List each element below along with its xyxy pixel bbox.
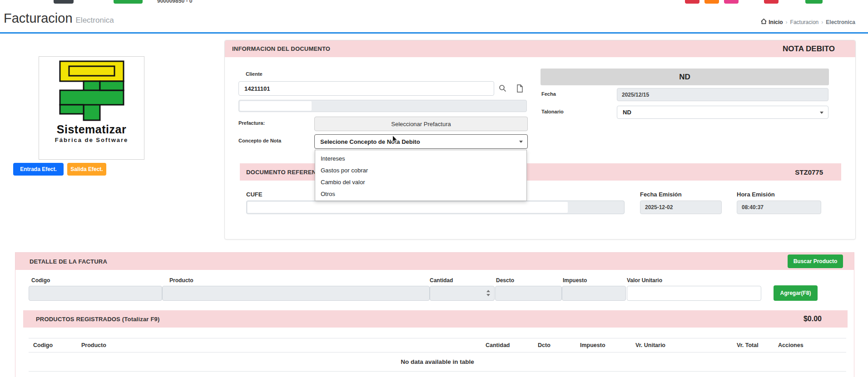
valor-unitario-field-label: Valor Unitario (627, 277, 662, 284)
navbar-button-pink[interactable] (724, 0, 739, 4)
fecha-emision-label: Fecha Emisión (640, 191, 682, 198)
entrada-efectivo-button[interactable]: Entrada Efect. (13, 163, 64, 176)
header-accent-line (0, 32, 868, 34)
concepto-option-cambio[interactable]: Cambio del valor (315, 176, 526, 188)
page-title: FacturacionElectronica (4, 11, 114, 26)
talonario-label: Talonario (541, 109, 564, 114)
documento-nd-badge: ND (541, 69, 829, 85)
documento-referencia-code: STZ0775 (795, 168, 823, 176)
cliente-search-button[interactable] (496, 83, 508, 94)
col-codigo: Codigo (29, 338, 77, 353)
codigo-input (29, 286, 162, 301)
prefactura-label: Prefactura: (238, 120, 265, 126)
empty-table-message: No data available in table (29, 353, 846, 372)
breadcrumb-home-label: Inicio (769, 19, 783, 25)
breadcrumb-home-link[interactable]: Inicio (761, 19, 783, 25)
productos-total: $0.00 (804, 315, 822, 323)
impuesto-input (562, 286, 626, 301)
seleccionar-prefactura-button[interactable]: Seleccionar Prefactura (314, 117, 528, 131)
col-dcto: Dcto (533, 338, 575, 353)
breadcrumb: Inicio › Facturacion › Electronica (761, 19, 855, 25)
concepto-option-otros[interactable]: Otros (315, 188, 526, 200)
detalle-factura-card: DETALLE DE LA FACTURA Buscar Producto Co… (15, 252, 854, 377)
detalle-factura-title: DETALLE DE LA FACTURA (30, 258, 107, 265)
col-vr-total: Vr. Total (732, 338, 774, 353)
col-producto: Producto (77, 338, 481, 353)
hora-emision-field: 08:40:37 (737, 201, 821, 214)
agregar-button[interactable]: Agregar(F8) (774, 285, 818, 301)
producto-input (162, 286, 430, 301)
cliente-label: Cliente (246, 71, 263, 77)
navbar-button-green[interactable] (805, 0, 823, 4)
informacion-documento-card: INFORMACION DEL DOCUMENTO NOTA DEBITO Cl… (224, 40, 856, 240)
stepper-arrows-icon[interactable] (486, 290, 490, 296)
detalle-factura-header: DETALLE DE LA FACTURA (15, 253, 854, 270)
cufe-inner-field (248, 202, 568, 213)
page-title-main: Facturacion (4, 11, 73, 25)
cufe-input[interactable] (246, 201, 625, 214)
concepto-nota-dropdown: Intereses Gastos por cobrar Cambio del v… (315, 150, 527, 201)
company-logo: Sistematizar Fábrica de Software (39, 56, 144, 160)
producto-field-label: Producto (169, 277, 193, 284)
chevron-down-icon (519, 141, 523, 143)
talonario-selected-value: ND (623, 109, 631, 116)
col-cantidad: Cantidad (481, 338, 533, 353)
productos-registrados-header: PRODUCTOS REGISTRADOS (Totalizar F9) $0.… (23, 310, 848, 328)
breadcrumb-facturacion[interactable]: Facturacion (790, 19, 819, 25)
facturacion-electronica-screen: 900009850 - 0 FacturacionElectronica Ini… (0, 0, 868, 377)
descto-field-label: Descto (496, 277, 514, 284)
productos-registrados-title: PRODUCTOS REGISTRADOS (Totalizar F9) (36, 316, 160, 323)
col-acciones: Acciones (774, 338, 846, 353)
col-impuesto: Impuesto (575, 338, 631, 353)
informacion-documento-title: INFORMACION DEL DOCUMENTO (232, 45, 330, 52)
concepto-option-gastos[interactable]: Gastos por cobrar (315, 165, 526, 176)
mouse-cursor (392, 135, 400, 146)
navbar-logo-fragment (54, 0, 74, 4)
chevron-down-icon (820, 112, 823, 114)
impuesto-field-label: Impuesto (563, 277, 587, 284)
navbar-button-red-1[interactable] (685, 0, 699, 4)
talonario-select[interactable]: ND (617, 106, 828, 119)
productos-empty-row: No data available in table (29, 353, 846, 372)
cufe-label: CUFE (246, 191, 262, 198)
navbar-green-button-fragment[interactable] (114, 0, 143, 4)
fecha-label: Fecha (541, 91, 556, 97)
col-vr-unitario: Vr. Unitario (631, 338, 732, 353)
concepto-option-intereses[interactable]: Intereses (315, 153, 526, 165)
logo-subtitle: Fábrica de Software (39, 137, 144, 143)
navbar-button-red-2[interactable] (764, 0, 779, 4)
concepto-nota-label: Concepto de Nota (238, 138, 281, 143)
company-nit-text: 900009850 - 0 (157, 0, 192, 4)
fecha-emision-field: 2025-12-02 (640, 201, 722, 214)
hora-emision-label: Hora Emisión (737, 191, 775, 198)
concepto-selected-value: Selecione Concepto de Nota Debito (320, 138, 420, 145)
search-icon (499, 84, 506, 93)
page-title-sub: Electronica (76, 16, 114, 24)
breadcrumb-electronica: Electronica (826, 19, 855, 25)
cantidad-field-label: Cantidad (430, 277, 453, 284)
breadcrumb-separator: › (786, 19, 788, 25)
logo-stz-emblem (46, 59, 137, 122)
navbar-button-orange[interactable] (704, 0, 719, 4)
valor-unitario-input[interactable] (627, 286, 761, 301)
documento-referencia-title: DOCUMENTO REFERENC (246, 169, 321, 176)
cliente-nombre-field (238, 100, 527, 112)
concepto-nota-select[interactable]: Selecione Concepto de Nota Debito (314, 134, 528, 149)
cliente-input[interactable] (238, 81, 494, 96)
logo-title: Sistematizar (39, 123, 144, 136)
doc-type-label: NOTA DEBITO (783, 44, 835, 54)
productos-table: Codigo Producto Cantidad Dcto Impuesto V… (29, 338, 846, 372)
cantidad-stepper[interactable] (430, 286, 495, 301)
fecha-field: 2025/12/15 (617, 88, 828, 101)
cliente-document-button[interactable] (514, 83, 526, 94)
cliente-nombre-inner-input (240, 101, 312, 111)
home-icon (761, 19, 767, 25)
salida-efectivo-button[interactable]: Salida Efect. (67, 163, 106, 176)
codigo-field-label: Codigo (31, 277, 50, 284)
document-icon (516, 84, 523, 94)
buscar-producto-button[interactable]: Buscar Producto (788, 255, 843, 268)
informacion-documento-header: INFORMACION DEL DOCUMENTO NOTA DEBITO (225, 40, 855, 57)
productos-table-header-row: Codigo Producto Cantidad Dcto Impuesto V… (29, 338, 846, 353)
breadcrumb-separator: › (821, 19, 823, 25)
descto-input (495, 286, 562, 301)
